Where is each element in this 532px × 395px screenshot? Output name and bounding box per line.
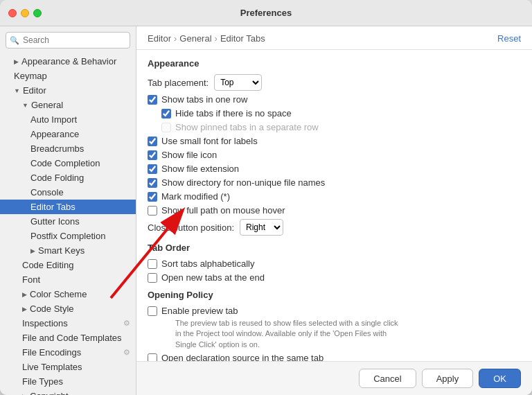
sidebar-nav: ▶ Appearance & Behavior Keymap ▼ Editor …: [0, 54, 136, 395]
close-button[interactable]: [8, 9, 17, 17]
enable-preview-tab-checkbox[interactable]: [148, 306, 157, 316]
mark-modified-checkbox[interactable]: [148, 192, 157, 202]
sidebar-item-general[interactable]: ▼ General: [0, 98, 136, 112]
tab-order-section-title: Tab Order: [148, 243, 521, 253]
sidebar-item-file-code-templates[interactable]: File and Code Templates: [0, 331, 136, 345]
show-pinned-checkbox[interactable]: [161, 123, 171, 132]
show-tabs-one-row-checkbox[interactable]: [148, 95, 157, 105]
sidebar-item-code-style[interactable]: ▶ Code Style: [0, 301, 136, 316]
main-panel: Editor › General › Editor Tabs Reset App…: [136, 26, 532, 395]
tab-placement-select[interactable]: Top Bottom Left Right None: [214, 74, 262, 91]
gear-icon: ⚙: [123, 319, 130, 328]
tab-placement-row: Tab placement: Top Bottom Left Right Non…: [148, 74, 521, 91]
sidebar-item-gutter-icons[interactable]: Gutter Icons: [0, 214, 136, 229]
settings-content: Appearance Tab placement: Top Bottom Lef…: [136, 50, 532, 361]
search-icon: 🔍: [10, 36, 19, 45]
small-font-checkbox[interactable]: [148, 137, 157, 146]
open-declaration-checkbox[interactable]: [148, 353, 157, 361]
sidebar-item-console[interactable]: Console: [0, 185, 136, 200]
show-file-icon-checkbox[interactable]: [148, 150, 157, 160]
reset-link[interactable]: Reset: [497, 33, 521, 44]
sidebar-item-editor-tabs[interactable]: Editor Tabs: [0, 200, 136, 214]
minimize-button[interactable]: [21, 9, 29, 17]
main-header: Editor › General › Editor Tabs Reset: [136, 26, 532, 50]
window-title: Preferences: [240, 8, 292, 18]
open-new-at-end-checkbox[interactable]: [148, 273, 157, 283]
close-button-row: Close button position: Right Left Hover …: [148, 219, 521, 236]
search-box[interactable]: 🔍: [6, 32, 130, 49]
apply-button[interactable]: Apply: [422, 369, 474, 388]
breadcrumb-sep: ›: [215, 33, 218, 44]
titlebar: Preferences: [0, 0, 532, 26]
sidebar-item-color-scheme[interactable]: ▶ Color Scheme: [0, 287, 136, 301]
collapse-icon: ▼: [14, 87, 20, 94]
sidebar-item-appearance[interactable]: Appearance: [0, 127, 136, 141]
show-file-extension-row: Show file extension: [148, 164, 521, 174]
ok-button[interactable]: OK: [479, 369, 521, 388]
expand-icon: ▶: [14, 58, 19, 65]
sidebar-item-font[interactable]: Font: [0, 272, 136, 287]
expand-icon: ▶: [30, 247, 35, 254]
enable-preview-tab-row: Enable preview tab: [148, 306, 521, 316]
sidebar-item-keymap[interactable]: Keymap: [0, 69, 136, 83]
sidebar: 🔍 ▶ Appearance & Behavior Keymap ▼ Edito…: [0, 26, 136, 395]
open-new-at-end-row: Open new tabs at the end: [148, 272, 521, 283]
traffic-lights: [8, 9, 42, 17]
sidebar-item-postfix-completion[interactable]: Postfix Completion: [0, 229, 136, 243]
show-directory-checkbox[interactable]: [148, 178, 157, 188]
gear-icon: ⚙: [123, 348, 130, 357]
sort-alphabetically-checkbox[interactable]: [148, 259, 157, 269]
show-tabs-one-row-row: Show tabs in one row: [148, 94, 521, 105]
preview-tab-description: The preview tab is reused to show files …: [148, 318, 521, 350]
sidebar-item-smart-keys[interactable]: ▶ Smart Keys: [0, 243, 136, 258]
collapse-icon: ▼: [22, 102, 28, 109]
expand-icon: ▶: [22, 291, 27, 298]
hide-tabs-row: Hide tabs if there is no space: [148, 108, 521, 119]
maximize-button[interactable]: [33, 9, 42, 17]
sidebar-item-auto-import[interactable]: Auto Import: [0, 112, 136, 127]
show-directory-row: Show directory for non-unique file names: [148, 177, 521, 188]
sidebar-item-appearance-behavior[interactable]: ▶ Appearance & Behavior: [0, 54, 136, 69]
sidebar-item-file-encodings[interactable]: File Encodings ⚙: [0, 345, 136, 360]
expand-icon: ▶: [22, 393, 27, 396]
cancel-button[interactable]: Cancel: [359, 369, 416, 388]
small-font-row: Use small font for labels: [148, 136, 521, 146]
sidebar-item-inspections[interactable]: Inspections ⚙: [0, 316, 136, 331]
breadcrumb: Editor › General › Editor Tabs: [148, 33, 265, 44]
open-declaration-row: Open declaration source in the same tab: [148, 353, 521, 361]
sidebar-item-copyright[interactable]: ▶ Copyright: [0, 389, 136, 395]
sidebar-item-code-editing[interactable]: Code Editing: [0, 258, 136, 272]
show-full-path-row: Show full path on mouse hover: [148, 205, 521, 216]
footer: Cancel Apply OK: [136, 361, 532, 395]
show-file-icon-row: Show file icon: [148, 150, 521, 160]
expand-icon: ▶: [22, 306, 27, 313]
show-file-extension-checkbox[interactable]: [148, 164, 157, 174]
search-input[interactable]: [6, 32, 130, 49]
sidebar-item-file-types[interactable]: File Types: [0, 374, 136, 389]
sidebar-item-live-templates[interactable]: Live Templates: [0, 360, 136, 374]
show-full-path-checkbox[interactable]: [148, 206, 157, 216]
show-pinned-row: Show pinned tabs in a separate row: [148, 122, 521, 132]
sidebar-item-editor[interactable]: ▼ Editor: [0, 83, 136, 98]
appearance-section-title: Appearance: [148, 58, 521, 69]
breadcrumb-sep: ›: [174, 33, 177, 44]
mark-modified-row: Mark modified (*): [148, 191, 521, 202]
opening-policy-section-title: Opening Policy: [148, 290, 521, 300]
sidebar-item-code-folding[interactable]: Code Folding: [0, 170, 136, 185]
sidebar-item-code-completion[interactable]: Code Completion: [0, 156, 136, 170]
hide-tabs-checkbox[interactable]: [161, 109, 171, 119]
sort-alphabetically-row: Sort tabs alphabetically: [148, 258, 521, 269]
sidebar-item-breadcrumbs[interactable]: Breadcrumbs: [0, 141, 136, 156]
close-button-select[interactable]: Right Left Hover None: [240, 219, 283, 236]
